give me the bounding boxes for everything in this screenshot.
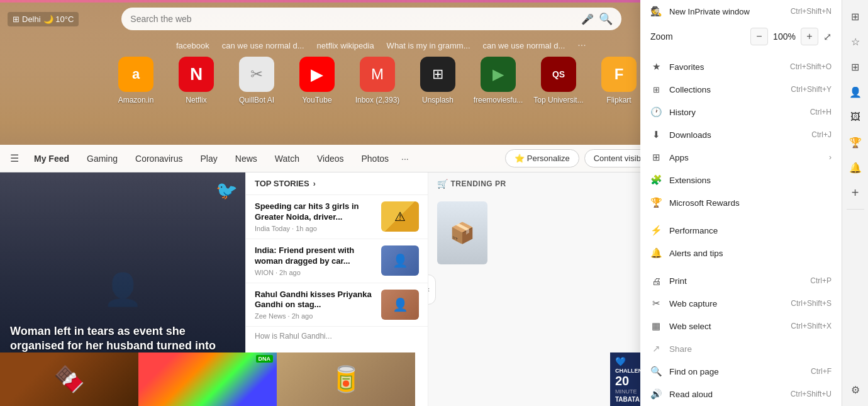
menu-item-web-select[interactable]: ▦ Web select Ctrl+Shift+X bbox=[640, 315, 842, 337]
app-icon-amazon[interactable]: a Amazon.in bbox=[111, 57, 161, 104]
performance-label: Performance bbox=[669, 226, 832, 235]
menu-item-share[interactable]: ↗ Share bbox=[640, 337, 842, 360]
tab-more[interactable]: ··· bbox=[401, 154, 409, 164]
nav-tabs-bar: ☰ My Feed Gaming Coronavirus Play News W… bbox=[0, 145, 667, 172]
menu-item-rewards[interactable]: 🏆 Microsoft Rewards bbox=[640, 191, 842, 214]
youtube-label: YouTube bbox=[302, 96, 331, 104]
story-meta-3: Zee News · 2h ago bbox=[255, 312, 375, 320]
search-input[interactable] bbox=[130, 14, 576, 24]
menu-item-collections[interactable]: ⊞ Collections Ctrl+Shift+Y bbox=[640, 78, 842, 101]
personalize-button[interactable]: ⭐ Personalize bbox=[505, 149, 579, 167]
sidebar-icon-notifications[interactable]: 🔔 bbox=[844, 156, 867, 179]
app-icon-freemovies[interactable]: ▶ freemoviesfu... bbox=[473, 57, 523, 104]
quick-link-more[interactable]: ··· bbox=[577, 40, 586, 51]
sidebar-icon-favorites[interactable]: ☆ bbox=[844, 30, 867, 53]
collections-label: Collections bbox=[669, 85, 783, 94]
topuni-label: Top Universit... bbox=[533, 96, 583, 104]
story-item-1[interactable]: Speeding car hits 3 girls in Greater Noi… bbox=[246, 195, 428, 239]
app-icon-topuni[interactable]: QS Top Universit... bbox=[533, 57, 584, 104]
read-aloud-label: Read aloud bbox=[669, 390, 783, 399]
thumb-1[interactable]: 🍫 bbox=[0, 352, 138, 406]
sidebar-icon-settings[interactable]: ⚙ bbox=[844, 378, 867, 401]
hamburger-icon[interactable]: ☰ bbox=[10, 152, 19, 164]
story-text-1: Speeding car hits 3 girls in Greater Noi… bbox=[255, 201, 375, 232]
print-icon: 🖨 bbox=[650, 275, 662, 286]
collections-icon: ⊞ bbox=[650, 84, 662, 95]
menu-item-read-aloud[interactable]: 🔊 Read aloud Ctrl+Shift+U bbox=[640, 383, 842, 405]
menu-item-performance[interactable]: ⚡ Performance bbox=[640, 219, 842, 242]
alerts-label: Alerts and tips bbox=[669, 249, 832, 258]
tab-watch[interactable]: Watch bbox=[267, 150, 307, 167]
menu-item-print[interactable]: 🖨 Print Ctrl+P bbox=[640, 269, 842, 292]
sidebar-icon-profile[interactable]: 👤 bbox=[844, 81, 867, 103]
app-icon-netflix[interactable]: N Netflix bbox=[171, 57, 221, 104]
search-icon[interactable]: 🔍 bbox=[599, 12, 613, 26]
menu-item-favorites[interactable]: ★ Favorites Ctrl+Shift+O bbox=[640, 55, 842, 78]
thumb-img-2: DNA bbox=[138, 352, 277, 406]
mic-icon[interactable]: 🎤 bbox=[581, 13, 594, 25]
web-capture-label: Web capture bbox=[669, 299, 783, 308]
app-icon-quillbot[interactable]: ✂ QuillBot AI bbox=[231, 57, 282, 104]
netflix-icon: N bbox=[179, 57, 214, 92]
thumb-3[interactable]: 🥫 bbox=[277, 352, 415, 406]
tab-my-feed[interactable]: My Feed bbox=[26, 150, 77, 167]
story-text-3: Rahul Gandhi kisses Priyanka Gandhi on s… bbox=[255, 290, 375, 320]
sidebar-icon-rewards[interactable]: 🏆 bbox=[844, 131, 867, 154]
story-item-3[interactable]: Rahul Gandhi kisses Priyanka Gandhi on s… bbox=[246, 283, 428, 327]
tab-gaming[interactable]: Gaming bbox=[79, 150, 125, 167]
sidebar-icon-collections[interactable]: ⊞ bbox=[844, 55, 867, 78]
downloads-icon: ⬇ bbox=[650, 129, 662, 140]
history-icon: 🕐 bbox=[650, 106, 662, 118]
history-label: History bbox=[669, 108, 803, 117]
menu-item-downloads[interactable]: ⬇ Downloads Ctrl+J bbox=[640, 123, 842, 146]
collapse-button[interactable]: ‹ bbox=[428, 274, 436, 305]
app-icon-unsplash[interactable]: ⊞ Unsplash bbox=[413, 57, 463, 104]
browser-menu: 🕵 New InPrivate window Ctrl+Shift+N Zoom… bbox=[640, 0, 842, 406]
menu-item-web-capture[interactable]: ✂ Web capture Ctrl+Shift+S bbox=[640, 292, 842, 315]
story-text-2: India: Friend present with woman dragged… bbox=[255, 245, 375, 276]
top-stories-arrow-icon[interactable]: › bbox=[313, 179, 316, 188]
trending-product[interactable]: 📦 bbox=[428, 195, 667, 271]
menu-item-alerts[interactable]: 🔔 Alerts and tips bbox=[640, 242, 842, 264]
sidebar-icon-add[interactable]: + bbox=[844, 181, 867, 204]
thumb-img-3: 🥫 bbox=[277, 352, 415, 406]
search-bar[interactable]: 🎤 🔍 bbox=[121, 8, 621, 30]
thumb-2[interactable]: DNA bbox=[138, 352, 277, 406]
amazon-icon: a bbox=[118, 57, 153, 92]
sidebar-icon-image[interactable]: 🖼 bbox=[844, 106, 867, 128]
quick-link-4[interactable]: What is my in gramm... bbox=[387, 41, 470, 50]
tab-photos[interactable]: Photos bbox=[354, 150, 397, 167]
zoom-expand-icon[interactable]: ⤢ bbox=[823, 31, 832, 43]
content-visible-label: Content visible bbox=[594, 154, 647, 163]
tab-coronavirus[interactable]: Coronavirus bbox=[128, 150, 190, 167]
quick-link-2[interactable]: can we use normal d... bbox=[222, 41, 304, 50]
collections-shortcut: Ctrl+Shift+Y bbox=[791, 85, 832, 94]
story-img-3: 👤 bbox=[381, 290, 419, 320]
menu-item-history[interactable]: 🕐 History Ctrl+H bbox=[640, 101, 842, 123]
extensions-icon: 🧩 bbox=[650, 174, 662, 186]
story-item-2[interactable]: India: Friend present with woman dragged… bbox=[246, 239, 428, 283]
quick-link-3[interactable]: netflix wikipedia bbox=[317, 41, 374, 50]
sidebar-icon-apps[interactable]: ⊞ bbox=[844, 5, 867, 28]
zoom-plus-button[interactable]: + bbox=[801, 28, 818, 45]
quick-link-5[interactable]: can we use normal d... bbox=[483, 41, 565, 50]
app-icon-flipkart[interactable]: F Flipkart bbox=[594, 57, 644, 104]
star-icon: ⭐ bbox=[515, 154, 525, 163]
downloads-shortcut: Ctrl+J bbox=[811, 130, 832, 139]
web-select-shortcut: Ctrl+Shift+X bbox=[791, 322, 832, 330]
tab-videos[interactable]: Videos bbox=[309, 150, 352, 167]
tab-news[interactable]: News bbox=[228, 150, 265, 167]
story-title-3: Rahul Gandhi kisses Priyanka Gandhi on s… bbox=[255, 290, 375, 311]
tab-play[interactable]: Play bbox=[193, 150, 225, 167]
story-title-2: India: Friend present with woman dragged… bbox=[255, 245, 375, 267]
weather-text: 🌙 10°C bbox=[43, 14, 74, 24]
menu-item-apps[interactable]: ⊞ Apps › bbox=[640, 146, 842, 169]
menu-item-new-private[interactable]: 🕵 New InPrivate window Ctrl+Shift+N bbox=[640, 0, 842, 23]
app-icon-inbox[interactable]: M Inbox (2,393) bbox=[352, 57, 403, 104]
menu-item-find[interactable]: 🔍 Find on page Ctrl+F bbox=[640, 360, 842, 383]
zoom-minus-button[interactable]: − bbox=[750, 28, 768, 45]
app-icon-youtube[interactable]: ▶ YouTube bbox=[292, 57, 342, 104]
menu-item-extensions[interactable]: 🧩 Extensions bbox=[640, 169, 842, 191]
quillbot-icon: ✂ bbox=[239, 57, 274, 92]
quick-link-1[interactable]: facebook bbox=[176, 41, 209, 50]
